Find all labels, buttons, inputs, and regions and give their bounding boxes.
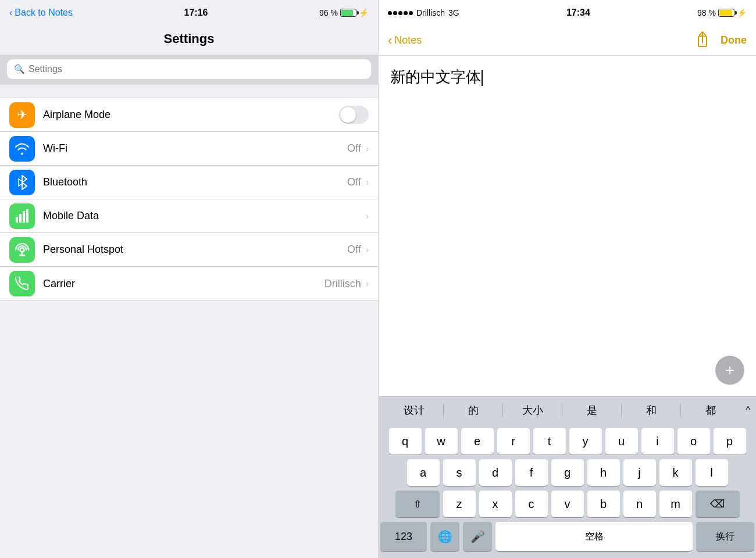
back-to-notes-button[interactable]: ‹ Back to Notes <box>9 8 73 18</box>
mobile-data-label: Mobile Data <box>43 210 365 222</box>
settings-row-airplane-mode[interactable]: ✈ Airplane Mode <box>0 98 378 132</box>
delete-key[interactable]: ⌫ <box>696 491 740 517</box>
space-key[interactable]: 空格 <box>495 522 693 551</box>
key-m[interactable]: m <box>659 491 692 517</box>
search-bar[interactable]: 🔍 <box>7 59 371 79</box>
search-input[interactable] <box>28 64 364 74</box>
settings-row-carrier[interactable]: Carrier Drillisch › <box>0 267 378 301</box>
carrier-name-right: Drillisch <box>416 8 445 17</box>
settings-row-personal-hotspot[interactable]: Personal Hotspot Off › <box>0 233 378 267</box>
key-b[interactable]: b <box>587 491 620 517</box>
key-s[interactable]: s <box>443 459 476 486</box>
svg-rect-3 <box>26 209 28 223</box>
key-i[interactable]: i <box>641 428 674 455</box>
svg-rect-1 <box>19 214 22 223</box>
num-key[interactable]: 123 <box>380 522 427 551</box>
key-l[interactable]: l <box>696 459 728 486</box>
return-key[interactable]: 换行 <box>696 522 754 551</box>
wifi-icon <box>9 136 35 162</box>
signal-dots <box>388 11 413 15</box>
predictive-word-1[interactable]: 的 <box>444 399 502 422</box>
wifi-label: Wi-Fi <box>43 142 347 155</box>
predictive-expand-icon[interactable]: ^ <box>746 405 750 416</box>
notes-action-area: Done <box>695 30 747 51</box>
share-icon[interactable] <box>695 30 710 51</box>
key-j[interactable]: j <box>623 459 656 486</box>
toggle-knob <box>340 107 356 123</box>
wifi-chevron: › <box>366 144 369 154</box>
key-k[interactable]: k <box>659 459 692 486</box>
settings-row-wifi[interactable]: Wi-Fi Off › <box>0 132 378 166</box>
key-d[interactable]: d <box>479 459 512 486</box>
key-f[interactable]: f <box>515 459 548 486</box>
notes-panel: Drillisch 3G 17:34 98 % ⚡ ‹ Notes Done <box>378 0 756 558</box>
carrier-chevron: › <box>366 278 369 289</box>
key-v[interactable]: v <box>551 491 584 517</box>
notes-back-button[interactable]: ‹ Notes <box>388 33 422 48</box>
signal-dot-4 <box>404 11 408 15</box>
settings-row-bluetooth[interactable]: Bluetooth Off › <box>0 166 378 199</box>
search-container: 🔍 <box>0 55 378 85</box>
wifi-value: Off <box>347 142 361 155</box>
bluetooth-icon <box>9 170 35 195</box>
key-e[interactable]: e <box>461 428 494 455</box>
battery-percent-left: 96 % <box>319 8 338 17</box>
notes-nav-bar: ‹ Notes Done <box>379 26 756 56</box>
carrier-info: Drillisch 3G <box>388 8 459 17</box>
battery-icon-left <box>340 9 356 17</box>
carrier-value: Drillisch <box>324 278 361 290</box>
battery-area-right: 98 % ⚡ <box>697 8 747 17</box>
mic-key[interactable]: 🎤 <box>463 522 492 551</box>
lightning-icon: ⚡ <box>359 8 369 17</box>
signal-dot-1 <box>388 11 392 15</box>
signal-dot-2 <box>393 11 397 15</box>
key-r[interactable]: r <box>497 428 530 455</box>
predictive-word-5[interactable]: 都 <box>681 399 740 422</box>
battery-percent-right: 98 % <box>697 8 716 17</box>
search-icon: 🔍 <box>14 64 25 74</box>
key-c[interactable]: c <box>515 491 548 517</box>
key-n[interactable]: n <box>623 491 656 517</box>
notes-back-label: Notes <box>394 34 422 46</box>
mobile-data-chevron: › <box>366 211 369 221</box>
battery-area-left: 96 % ⚡ <box>319 8 369 17</box>
shift-key[interactable]: ⇧ <box>395 491 440 517</box>
signal-dot-5 <box>409 11 413 15</box>
keyboard-row-3: ⇧ z x c v b n m ⌫ <box>380 491 754 517</box>
carrier-label: Carrier <box>43 278 324 290</box>
personal-hotspot-chevron: › <box>366 245 369 255</box>
key-a[interactable]: a <box>407 459 440 486</box>
airplane-mode-label: Airplane Mode <box>43 109 339 121</box>
settings-panel: ‹ Back to Notes 17:16 96 % ⚡ Settings 🔍 … <box>0 0 378 558</box>
done-button[interactable]: Done <box>721 34 747 46</box>
key-z[interactable]: z <box>443 491 476 517</box>
key-p[interactable]: p <box>714 428 746 455</box>
bluetooth-label: Bluetooth <box>43 176 347 188</box>
predictive-word-2[interactable]: 大小 <box>503 399 562 422</box>
key-q[interactable]: q <box>389 428 422 455</box>
globe-key[interactable]: 🌐 <box>430 522 459 551</box>
predictive-word-4[interactable]: 和 <box>622 399 680 422</box>
key-u[interactable]: u <box>605 428 638 455</box>
battery-icon-right <box>718 9 734 17</box>
settings-list: ✈ Airplane Mode Wi-Fi Off › <box>0 98 378 301</box>
time-right: 17:34 <box>566 8 590 18</box>
key-g[interactable]: g <box>551 459 584 486</box>
predictive-word-0[interactable]: 设计 <box>384 399 443 422</box>
key-w[interactable]: w <box>425 428 458 455</box>
key-y[interactable]: y <box>569 428 602 455</box>
notes-content-area[interactable]: 新的中文字体 + <box>379 56 756 396</box>
keyboard-row-1: q w e r t y u i o p <box>380 428 754 455</box>
predictive-word-3[interactable]: 是 <box>562 399 621 422</box>
add-note-button[interactable]: + <box>715 356 744 385</box>
key-o[interactable]: o <box>677 428 710 455</box>
status-bar-right: Drillisch 3G 17:34 98 % ⚡ <box>379 0 756 26</box>
key-t[interactable]: t <box>533 428 566 455</box>
carrier-icon <box>9 271 35 296</box>
mobile-data-icon <box>9 203 35 229</box>
settings-row-mobile-data[interactable]: Mobile Data › <box>0 199 378 233</box>
network-type: 3G <box>448 8 459 17</box>
airplane-mode-toggle[interactable] <box>339 106 369 124</box>
key-x[interactable]: x <box>479 491 512 517</box>
key-h[interactable]: h <box>587 459 620 486</box>
